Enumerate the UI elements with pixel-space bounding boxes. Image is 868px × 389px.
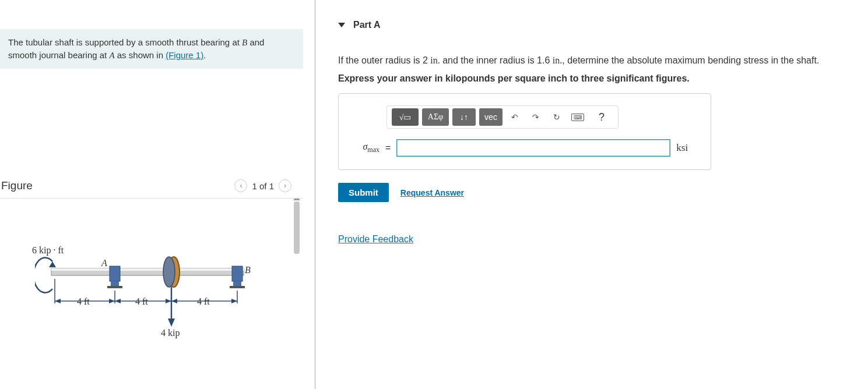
- equals-sign: =: [385, 143, 391, 153]
- figure-label-a: A: [101, 258, 107, 268]
- figure-next-button[interactable]: ›: [279, 179, 291, 192]
- shaft-diagram: [35, 245, 280, 350]
- svg-marker-20: [115, 299, 121, 303]
- figure-title: Figure: [1, 179, 33, 192]
- tb-help-button[interactable]: ?: [590, 108, 613, 126]
- q-seg3: , determine the absolute maximum bending…: [562, 55, 819, 65]
- answer-input[interactable]: [396, 139, 670, 157]
- tb-vec-button[interactable]: vec: [479, 108, 502, 126]
- figure-label-load: 4 kip: [161, 328, 180, 338]
- figure-nav: ‹ 1 of 1 ›: [234, 179, 291, 192]
- svg-rect-4: [111, 281, 119, 286]
- svg-rect-5: [107, 286, 122, 288]
- svg-rect-8: [232, 266, 243, 281]
- caret-down-icon: [338, 23, 345, 27]
- scrollbar-thumb[interactable]: [294, 201, 300, 254]
- math-toolbar: √▭ ΑΣφ ↓↑ vec ↶ ↷ ↻ ⌨ ?: [386, 105, 619, 129]
- q-seg1: If the outer radius is 2: [338, 55, 430, 65]
- figure-prev-button[interactable]: ‹: [234, 179, 247, 192]
- tb-reset-button[interactable]: ↻: [548, 108, 565, 126]
- answer-instruction: Express your answer in kilopounds per sq…: [338, 73, 862, 84]
- problem-after: as shown in: [115, 50, 166, 60]
- svg-rect-9: [233, 281, 241, 286]
- problem-pre: The tubular shaft is supported by a smoo…: [8, 37, 242, 47]
- svg-marker-12: [168, 319, 175, 327]
- figure-label-span2: 4 ft: [135, 296, 148, 307]
- tb-keyboard-button[interactable]: ⌨: [569, 108, 586, 126]
- var-b: B: [242, 38, 247, 47]
- question-text: If the outer radius is 2 in. and the inn…: [338, 54, 862, 68]
- svg-marker-0: [49, 261, 56, 267]
- unit-in-2: in.: [553, 55, 562, 65]
- sigma-max-label: σmax: [349, 142, 379, 154]
- svg-marker-18: [55, 299, 61, 303]
- figure-link[interactable]: (Figure 1): [166, 50, 203, 60]
- request-answer-link[interactable]: Request Answer: [400, 188, 464, 197]
- svg-rect-2: [51, 268, 244, 271]
- svg-marker-21: [166, 299, 171, 303]
- svg-rect-10: [230, 286, 245, 288]
- scroll-up-icon[interactable]: [293, 199, 300, 200]
- tb-greek-button[interactable]: ΑΣφ: [422, 108, 449, 126]
- figure-label-b: B: [245, 265, 251, 275]
- unit-in-1: in.: [430, 55, 440, 65]
- problem-statement: The tubular shaft is supported by a smoo…: [0, 29, 303, 69]
- svg-marker-22: [171, 299, 177, 303]
- figure-label-moment: 6 kip · ft: [32, 245, 64, 256]
- tb-undo-button[interactable]: ↶: [506, 108, 523, 126]
- svg-point-7: [163, 257, 175, 287]
- var-a: A: [109, 51, 114, 60]
- svg-marker-19: [109, 299, 115, 303]
- problem-tail: .: [203, 50, 206, 60]
- tb-redo-button[interactable]: ↷: [527, 108, 544, 126]
- sigma-subscript: max: [367, 146, 379, 154]
- figure-label-span1: 4 ft: [77, 296, 90, 307]
- figure-body: 6 kip · ft: [0, 199, 303, 356]
- keyboard-icon: ⌨: [571, 114, 584, 121]
- tb-templates-button[interactable]: √▭: [392, 108, 419, 126]
- tb-subscript-button[interactable]: ↓↑: [452, 108, 476, 126]
- figure-counter: 1 of 1: [252, 181, 274, 191]
- answer-unit: ksi: [676, 142, 688, 154]
- svg-rect-3: [110, 266, 120, 281]
- q-seg2: and the inner radius is 1.6: [440, 55, 553, 65]
- answer-box: √▭ ΑΣφ ↓↑ vec ↶ ↷ ↻ ⌨ ? σmax = ksi: [338, 93, 711, 170]
- part-header[interactable]: Part A: [338, 17, 862, 36]
- part-title: Part A: [353, 20, 381, 30]
- submit-button[interactable]: Submit: [338, 183, 389, 202]
- provide-feedback-link[interactable]: Provide Feedback: [338, 234, 413, 245]
- figure-label-span3: 4 ft: [197, 296, 210, 307]
- svg-marker-23: [231, 299, 237, 303]
